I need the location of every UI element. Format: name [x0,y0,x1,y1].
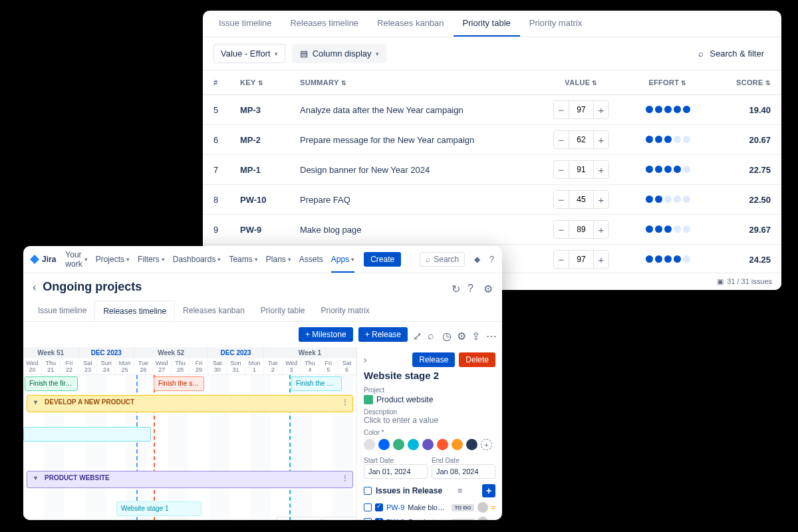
issue-key[interactable]: PW-9 [386,503,404,511]
issue-key[interactable]: MP-3 [240,105,300,115]
color-swatch[interactable] [437,439,448,450]
issue-summary[interactable]: Prepare message for the New Year campaig… [300,135,538,145]
decrement-button[interactable]: − [554,101,569,118]
col-summary[interactable]: SUMMARY⇅ [300,78,538,86]
nav-plans[interactable]: Plans ▾ [266,250,291,269]
create-button[interactable]: Create [364,252,401,267]
status-badge[interactable]: TO DO [452,519,473,521]
status-badge[interactable]: TO DO [452,504,473,511]
tab-releases-timeline[interactable]: Releases timeline [94,301,175,321]
value-stepper[interactable]: −+ [553,190,609,209]
issue-row[interactable]: PW-9Make blog pageTO DO= [364,500,495,515]
tab-releases-timeline[interactable]: Releases timeline [281,11,368,37]
nav-assets[interactable]: Assets [299,250,323,269]
share-icon[interactable]: ⇪ [471,330,481,339]
release-bar[interactable]: Website stage 1 [116,501,201,516]
jira-logo[interactable]: Jira [30,255,56,264]
more-icon[interactable]: ⋯ [486,330,495,339]
decrement-button[interactable]: − [554,251,569,268]
zoom-icon[interactable]: ⌕ [428,330,437,339]
decrement-button[interactable]: − [554,221,569,238]
issue-summary[interactable]: Make blog page [408,503,448,511]
expand-toggle[interactable]: ▾ [31,398,39,406]
search-filter-button[interactable]: ⌕Search & filter [690,45,771,63]
increment-button[interactable]: + [594,101,608,118]
gear-icon[interactable]: ⚙ [483,283,493,292]
color-swatch[interactable] [422,439,434,450]
effort-cell[interactable] [624,255,711,265]
table-row[interactable]: 9PW-9Make blog page−+29.67 [203,215,781,245]
tab-releases-kanban[interactable]: Releases kanban [368,11,453,37]
search-input[interactable]: ⌕Search [420,252,465,267]
back-button[interactable]: ‹ [33,281,36,293]
help-icon[interactable]: ? [489,255,494,264]
clock-icon[interactable]: ◷ [442,330,452,339]
help-icon[interactable]: ? [467,283,477,292]
issue-summary[interactable]: Make blog page [300,225,538,235]
col-value[interactable]: VALUE⇅ [538,78,624,86]
effort-cell[interactable] [624,165,711,175]
increment-button[interactable]: + [594,221,608,238]
color-swatch[interactable] [452,439,463,450]
table-row[interactable]: 5MP-3Analyze data after the New Year cam… [203,95,781,125]
increment-button[interactable]: + [594,251,608,268]
more-icon[interactable]: ⋮ [342,474,348,481]
issue-key[interactable]: MP-2 [240,135,300,145]
add-release-button[interactable]: + Release [358,327,408,342]
effort-cell[interactable] [624,105,711,115]
avatar[interactable] [477,517,488,520]
color-swatch[interactable] [393,439,404,450]
value-input[interactable] [569,191,594,208]
project-value[interactable]: Product website [364,395,495,404]
color-swatch[interactable] [364,439,375,450]
group-bar[interactable]: ▾PRODUCT WEBSITE⋮ [27,471,353,488]
nav-filters[interactable]: Filters ▾ [138,250,165,269]
value-input[interactable] [569,221,594,238]
value-stepper[interactable]: −+ [553,250,609,269]
issue-row[interactable]: PW-8Conduct SEO for the w…TO DO= [364,515,495,520]
value-input[interactable] [569,251,594,268]
table-row[interactable]: 7MP-1Design banner for New Year 2024−+22… [203,155,781,185]
issue-summary[interactable]: Design banner for New Year 2024 [300,165,538,175]
value-stepper[interactable]: −+ [553,220,609,239]
nav-dashboards[interactable]: Dashboards ▾ [173,250,221,269]
scoring-select[interactable]: Value - Effort▾ [213,44,285,63]
issue-checkbox[interactable] [364,518,372,520]
increment-button[interactable]: + [594,131,608,148]
issue-key[interactable]: PW-10 [240,195,300,205]
tab-issue-timeline[interactable]: Issue timeline [30,301,94,321]
milestone-bar[interactable]: Finish the second f…27 [154,376,204,391]
avatar[interactable] [477,502,488,513]
release-button[interactable]: Release [412,352,455,367]
issue-key[interactable]: PW-9 [240,225,300,235]
col-effort[interactable]: EFFORT⇅ [624,78,711,86]
tab-priority-matrix[interactable]: Priority matrix [313,301,378,321]
increment-button[interactable]: + [594,161,608,178]
value-stepper[interactable]: −+ [553,160,609,179]
col-score[interactable]: SCORE⇅ [711,78,771,86]
issue-checkbox[interactable] [364,503,372,511]
delete-button[interactable]: Delete [459,352,495,367]
column-display-button[interactable]: ▤Column display▾ [292,44,386,63]
add-milestone-button[interactable]: + Milestone [299,327,353,342]
timeline-body[interactable]: Today▾ Week▾ Finish the first featu…Fini… [23,375,356,520]
milestone-bar[interactable]: Finish the first featu… [25,376,78,391]
col-key[interactable]: KEY⇅ [240,78,300,86]
tab-priority-table[interactable]: Priority table [454,11,520,37]
decrement-button[interactable]: − [554,131,569,148]
issue-summary[interactable]: Prepare FAQ [300,195,538,205]
effort-cell[interactable] [624,225,711,235]
issue-summary[interactable]: Analyze data after the New Year campaign [300,105,538,115]
today-button[interactable]: Today▾ [276,517,321,520]
notifications-icon[interactable]: ◆ [474,255,480,264]
start-date-input[interactable]: Jan 01, 2024 [364,464,428,479]
refresh-icon[interactable]: ↻ [452,283,461,292]
color-swatch[interactable] [378,439,390,450]
week-select[interactable]: Week▾ [323,517,357,520]
description-field[interactable]: Click to enter a value [364,416,495,425]
expand-toggle[interactable]: ▾ [31,474,39,481]
value-stepper[interactable]: −+ [553,130,609,149]
increment-button[interactable]: + [594,191,608,208]
issue-summary[interactable]: Conduct SEO for the w… [408,518,448,520]
release-bar[interactable] [23,427,151,442]
